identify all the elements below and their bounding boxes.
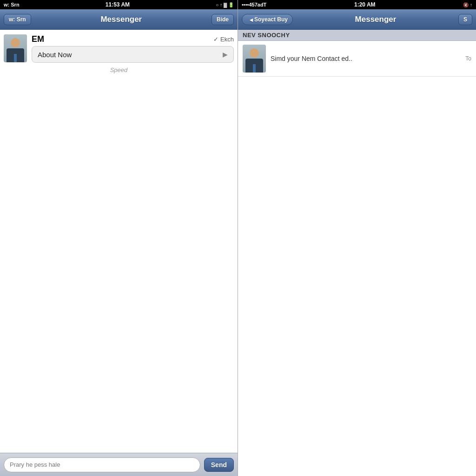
right-action-button[interactable]: S (458, 14, 472, 25)
inbox-preview: Simd your Nem Contact ed.. (271, 55, 461, 62)
right-back-button[interactable]: Soyeact Buy (242, 14, 293, 25)
avatar-head (11, 38, 20, 47)
inbox-list: Simd your Nem Contact ed.. To (238, 41, 476, 476)
input-bar: Send (0, 453, 238, 476)
right-time: 1:20 AM (354, 1, 376, 8)
left-carrier: w: Srn (4, 2, 20, 7)
conversation-area: EM ✓ Ekch About Now ▶ Speed (0, 30, 238, 453)
left-status-icons: ○ ↑ ▓ 🔋 (216, 2, 234, 7)
avatar-person (4, 34, 27, 62)
right-avatar (243, 45, 266, 73)
inbox-meta: To (465, 55, 471, 62)
message-input[interactable] (4, 457, 200, 472)
contact-name: EM (32, 34, 44, 44)
contact-info: EM ✓ Ekch About Now ▶ (32, 34, 234, 63)
bubble-arrow-icon: ▶ (223, 51, 228, 58)
inbox-item[interactable]: Simd your Nem Contact ed.. To (238, 41, 476, 77)
left-nav-title: Messenger (100, 15, 142, 24)
right-avatar-head (250, 48, 259, 58)
right-nav-title: Messenger (355, 15, 397, 24)
left-avatar (4, 34, 27, 62)
left-back-button[interactable]: w: Srn (4, 14, 31, 25)
right-avatar-body (245, 59, 263, 73)
read-status: ✓ Ekch (213, 36, 234, 43)
right-nav-bar: Soyeact Buy Messenger S (238, 9, 476, 30)
right-carrier: ••••457adT (242, 2, 266, 7)
left-status-bar: w: Srn 11:53 AM ○ ↑ ▓ 🔋 (0, 0, 238, 9)
right-status-bar: ••••457adT 1:20 AM 🔇 ↑ (238, 0, 476, 9)
timestamp: Speed (4, 66, 234, 73)
avatar-body (7, 48, 24, 62)
left-action-button[interactable]: Bide (212, 14, 234, 25)
left-time: 11:53 AM (106, 1, 130, 8)
message-bubble[interactable]: About Now ▶ (32, 46, 234, 63)
contact-name-row: EM ✓ Ekch (32, 34, 234, 44)
avatar-tie (14, 54, 17, 62)
right-screen: ••••457adT 1:20 AM 🔇 ↑ Soyeact Buy Messe… (238, 0, 476, 476)
right-avatar-person (243, 45, 266, 73)
left-screen: w: Srn 11:53 AM ○ ↑ ▓ 🔋 w: Srn Messenger… (0, 0, 238, 476)
section-header: NEV SNOOCHY (238, 30, 476, 41)
right-status-icons: 🔇 ↑ (463, 2, 472, 7)
left-nav-bar: w: Srn Messenger Bide (0, 9, 238, 30)
message-text: About Now (38, 51, 72, 59)
inbox-text: Simd your Nem Contact ed.. (271, 55, 461, 62)
send-button[interactable]: Send (204, 458, 234, 472)
contact-row: EM ✓ Ekch About Now ▶ (4, 34, 234, 63)
right-avatar-tie (253, 64, 256, 73)
